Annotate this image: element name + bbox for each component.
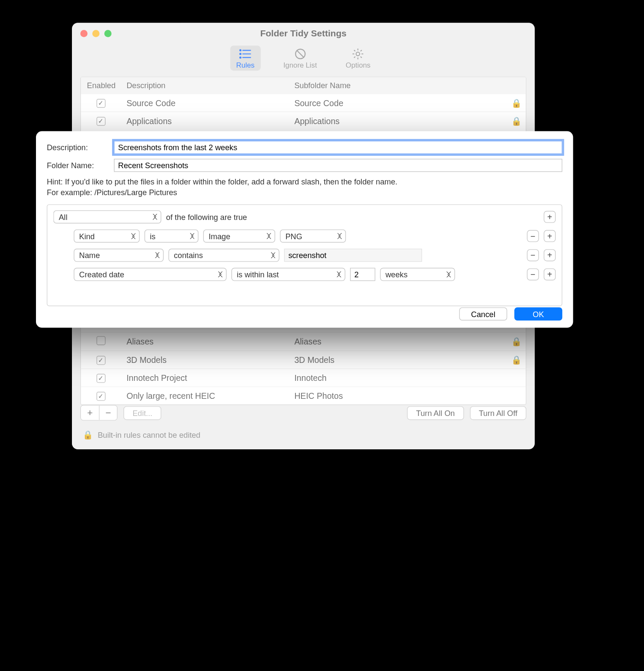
- op-popup[interactable]: is within last: [231, 268, 345, 281]
- remove-rule-button[interactable]: −: [99, 406, 117, 420]
- checkbox-icon[interactable]: [96, 356, 105, 365]
- cell-description: Innotech Project: [120, 369, 288, 386]
- col-subfolder[interactable]: Subfolder Name: [288, 77, 505, 94]
- svg-line-15: [354, 56, 355, 58]
- description-input[interactable]: [114, 141, 562, 154]
- edit-button[interactable]: Edit...: [123, 406, 161, 420]
- footer-note: 🔒 Built-in rules cannot be edited: [83, 430, 200, 439]
- add-condition-button[interactable]: +: [544, 269, 556, 281]
- match-popup[interactable]: All: [54, 211, 161, 224]
- tab-label: Options: [346, 61, 370, 70]
- tab-rules[interactable]: Rules: [230, 45, 261, 71]
- attr-popup[interactable]: Name: [74, 249, 164, 262]
- ok-button[interactable]: OK: [514, 307, 562, 321]
- folder-name-input[interactable]: [114, 159, 562, 172]
- tab-options[interactable]: Options: [340, 45, 376, 71]
- gear-icon: [352, 48, 365, 60]
- attr-popup[interactable]: Created date: [74, 268, 227, 281]
- op-popup[interactable]: contains: [168, 249, 279, 262]
- type-popup[interactable]: PNG: [280, 230, 346, 243]
- cell-description: Only large, recent HEIC: [120, 387, 288, 404]
- cell-subfolder: HEIC Photos: [288, 387, 505, 404]
- cell-subfolder: Aliases: [288, 333, 505, 350]
- cell-description: Aliases: [120, 333, 288, 350]
- add-remove-segment: + −: [80, 405, 118, 420]
- cell-subfolder: 3D Models: [288, 351, 505, 368]
- checkbox-icon[interactable]: [96, 392, 105, 401]
- match-suffix: of the following are true: [166, 213, 247, 222]
- cell-description: Applications: [120, 113, 288, 129]
- add-condition-button[interactable]: +: [544, 230, 556, 242]
- col-description[interactable]: Description: [120, 77, 288, 94]
- tab-label: Rules: [236, 61, 255, 70]
- tab-label: Ignore List: [283, 61, 317, 70]
- svg-point-0: [240, 50, 241, 51]
- window-title: Folder Tidy Settings: [72, 23, 535, 44]
- table-row[interactable]: Source Code Source Code 🔒: [81, 93, 526, 111]
- no-icon: [294, 48, 307, 60]
- zoom-icon[interactable]: [104, 30, 112, 37]
- svg-line-7: [297, 50, 303, 57]
- svg-point-2: [240, 53, 241, 55]
- svg-line-13: [354, 50, 355, 51]
- titlebar: Folder Tidy Settings: [72, 23, 535, 44]
- add-condition-button[interactable]: +: [544, 249, 556, 261]
- class-popup[interactable]: Image: [203, 230, 275, 243]
- cell-description: 3D Models: [120, 351, 288, 368]
- toolbar: Rules Ignore List Options: [72, 45, 535, 77]
- lock-icon: 🔒: [511, 355, 522, 365]
- table-row[interactable]: Innotech Project Innotech: [81, 368, 526, 386]
- col-enabled[interactable]: Enabled: [81, 77, 120, 94]
- value-input[interactable]: [284, 249, 422, 262]
- table-row[interactable]: Aliases Aliases 🔒: [81, 332, 526, 350]
- table-row[interactable]: 3D Models 3D Models 🔒: [81, 350, 526, 368]
- table-header: Enabled Description Subfolder Name: [81, 77, 526, 94]
- traffic-lights: [80, 30, 112, 37]
- rule-editor-sheet: Description: Folder Name: Hint: If you'd…: [36, 131, 573, 328]
- op-popup[interactable]: is: [144, 230, 198, 243]
- minimize-icon[interactable]: [92, 30, 100, 37]
- folder-name-label: Folder Name:: [47, 161, 107, 170]
- cell-description: Source Code: [120, 95, 288, 111]
- description-label: Description:: [47, 143, 107, 152]
- cell-subfolder: Applications: [288, 113, 505, 129]
- remove-condition-button[interactable]: −: [527, 249, 539, 261]
- rule-builder: All of the following are true + Kind is …: [47, 205, 562, 306]
- action-bar: + − Edit... Turn All On Turn All Off: [80, 405, 527, 420]
- lock-icon: 🔒: [511, 98, 522, 107]
- remove-condition-button[interactable]: −: [527, 269, 539, 281]
- number-input[interactable]: [350, 268, 376, 281]
- turn-all-off-button[interactable]: Turn All Off: [470, 406, 526, 420]
- add-rule-button[interactable]: +: [81, 406, 99, 420]
- checkbox-icon[interactable]: [96, 336, 105, 345]
- attr-popup[interactable]: Kind: [74, 230, 140, 243]
- tab-ignore-list[interactable]: Ignore List: [277, 45, 323, 71]
- svg-point-8: [356, 52, 360, 56]
- list-icon: [239, 48, 252, 60]
- svg-line-16: [361, 50, 362, 51]
- checkbox-icon[interactable]: [96, 117, 105, 126]
- close-icon[interactable]: [80, 30, 88, 37]
- lock-icon: 🔒: [511, 337, 522, 346]
- hint-text: Hint: If you'd like to put the files in …: [47, 177, 562, 199]
- remove-condition-button[interactable]: −: [527, 230, 539, 242]
- table-row[interactable]: Only large, recent HEIC HEIC Photos: [81, 386, 526, 404]
- cancel-button[interactable]: Cancel: [459, 307, 507, 321]
- cell-subfolder: Innotech: [288, 369, 505, 386]
- checkbox-icon[interactable]: [96, 374, 105, 383]
- lock-icon: 🔒: [511, 116, 522, 125]
- unit-popup[interactable]: weeks: [380, 268, 455, 281]
- svg-point-4: [240, 57, 241, 58]
- table-row[interactable]: Applications Applications 🔒: [81, 111, 526, 129]
- cell-subfolder: Source Code: [288, 95, 505, 111]
- add-group-button[interactable]: +: [544, 211, 556, 223]
- checkbox-icon[interactable]: [96, 99, 105, 108]
- turn-all-on-button[interactable]: Turn All On: [407, 406, 464, 420]
- lock-icon: 🔒: [83, 430, 93, 439]
- svg-line-14: [361, 56, 362, 58]
- footer-text: Built-in rules cannot be edited: [98, 431, 200, 439]
